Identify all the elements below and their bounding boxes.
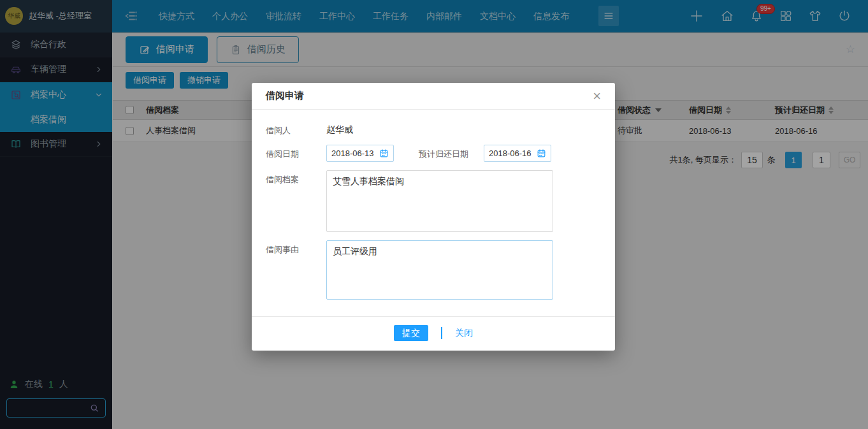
- borrow-date-label: 借阅日期: [266, 145, 326, 160]
- archive-label: 借阅档案: [266, 170, 326, 185]
- return-date-field: [484, 145, 551, 162]
- borrow-request-modal: 借阅申请 × 借阅人 赵华威 借阅日期 预计归还: [252, 83, 615, 351]
- borrower-value: 赵华威: [326, 121, 353, 136]
- submit-button[interactable]: 提交: [394, 325, 428, 341]
- modal-header: 借阅申请 ×: [252, 83, 615, 110]
- return-date-label: 预计归还日期: [419, 145, 468, 160]
- reason-row: 借阅事由 员工评级用: [266, 240, 601, 300]
- close-link[interactable]: 关闭: [455, 328, 473, 339]
- modal-title: 借阅申请: [266, 90, 304, 102]
- borrower-label: 借阅人: [266, 121, 326, 136]
- dates-row: 借阅日期 预计归还日期: [266, 145, 601, 162]
- borrow-date-field: [326, 145, 394, 162]
- archive-textarea[interactable]: 艾雪人事档案借阅: [326, 170, 553, 232]
- reason-label: 借阅事由: [266, 240, 326, 256]
- borrow-date-input[interactable]: [331, 149, 379, 158]
- modal-body: 借阅人 赵华威 借阅日期 预计归还日期: [252, 110, 615, 300]
- app-root: 华威 赵华威 -总经理室 快捷方式 个人办公 审批流转 工作中心 工作任务 内部…: [0, 0, 868, 429]
- borrower-row: 借阅人 赵华威: [266, 121, 601, 136]
- modal-footer: 提交 关闭: [252, 316, 615, 351]
- reason-textarea[interactable]: 员工评级用: [326, 240, 553, 300]
- calendar-icon[interactable]: [379, 149, 389, 158]
- close-icon[interactable]: ×: [593, 89, 601, 103]
- footer-divider: [441, 327, 442, 339]
- calendar-icon[interactable]: [537, 149, 546, 158]
- return-date-input[interactable]: [489, 149, 536, 158]
- archive-row: 借阅档案 艾雪人事档案借阅: [266, 170, 601, 232]
